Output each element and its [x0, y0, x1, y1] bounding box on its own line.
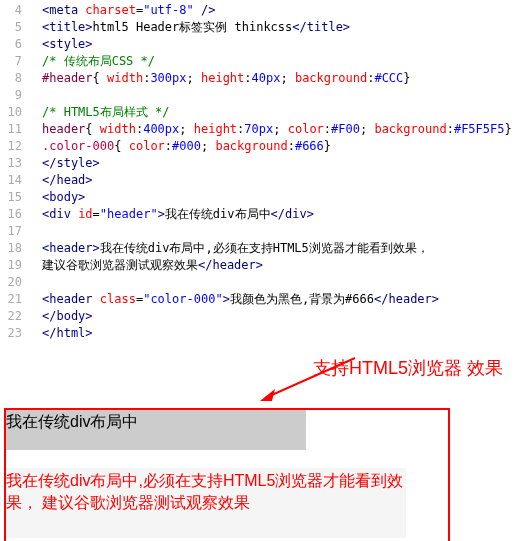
code-content[interactable]: header{ width:400px; height:70px; color:… — [30, 121, 512, 138]
line-number: 16 — [0, 206, 30, 223]
code-content[interactable]: /* HTML5布局样式 */ — [30, 104, 169, 121]
code-line[interactable]: 7/* 传统布局CSS */ — [0, 53, 523, 70]
annotation-area: 支持HTML5浏览器 效果 — [0, 348, 523, 408]
line-number: 4 — [0, 2, 30, 19]
code-line[interactable]: 19建议谷歌浏览器测试观察效果</header> — [0, 257, 523, 274]
code-content[interactable]: <header class="color-000">我颜色为黑色,背景为#666… — [30, 291, 439, 308]
code-content[interactable] — [30, 274, 42, 291]
output-header-1: 我在传统div布局中,必须在支持HTML5浏览器才能看到效果， 建议谷歌浏览器测… — [6, 468, 406, 538]
code-line[interactable]: 12.color-000{ color:#000; background:#66… — [0, 138, 523, 155]
code-content[interactable]: <body> — [30, 189, 85, 206]
code-editor[interactable]: 4<meta charset="utf-8" />5<title>html5 H… — [0, 0, 523, 344]
code-content[interactable]: <style> — [30, 36, 93, 53]
line-number: 15 — [0, 189, 30, 206]
code-line[interactable]: 10/* HTML5布局样式 */ — [0, 104, 523, 121]
code-content[interactable]: </html> — [30, 325, 93, 342]
annotation-text: 支持HTML5浏览器 效果 — [313, 356, 503, 380]
line-number: 10 — [0, 104, 30, 121]
code-content[interactable]: <header>我在传统div布局中,必须在支持HTML5浏览器才能看到效果， — [30, 240, 429, 257]
line-number: 11 — [0, 121, 30, 138]
code-content[interactable]: #header{ width:300px; height:40px; backg… — [30, 70, 411, 87]
line-number: 9 — [0, 87, 30, 104]
line-number: 14 — [0, 172, 30, 189]
code-content[interactable]: <title>html5 Header标签实例 thinkcss</title> — [30, 19, 350, 36]
line-number: 12 — [0, 138, 30, 155]
code-line[interactable]: 5<title>html5 Header标签实例 thinkcss</title… — [0, 19, 523, 36]
line-number: 23 — [0, 325, 30, 342]
code-line[interactable]: 14</head> — [0, 172, 523, 189]
line-number: 22 — [0, 308, 30, 325]
code-content[interactable]: 建议谷歌浏览器测试观察效果</header> — [30, 257, 263, 274]
code-line[interactable]: 18<header>我在传统div布局中,必须在支持HTML5浏览器才能看到效果… — [0, 240, 523, 257]
code-content[interactable]: </body> — [30, 308, 93, 325]
browser-output-panel: 我在传统div布局中 我在传统div布局中,必须在支持HTML5浏览器才能看到效… — [4, 408, 450, 541]
code-line[interactable]: 20 — [0, 274, 523, 291]
line-number: 5 — [0, 19, 30, 36]
code-line[interactable]: 11header{ width:400px; height:70px; colo… — [0, 121, 523, 138]
line-number: 18 — [0, 240, 30, 257]
code-line[interactable]: 6<style> — [0, 36, 523, 53]
code-content[interactable]: </head> — [30, 172, 93, 189]
code-content[interactable]: /* 传统布局CSS */ — [30, 53, 155, 70]
output-div-header: 我在传统div布局中 — [6, 410, 306, 450]
line-number: 7 — [0, 53, 30, 70]
code-line[interactable]: 9 — [0, 87, 523, 104]
code-line[interactable]: 21<header class="color-000">我颜色为黑色,背景为#6… — [0, 291, 523, 308]
line-number: 13 — [0, 155, 30, 172]
code-content[interactable]: </style> — [30, 155, 100, 172]
code-line[interactable]: 22</body> — [0, 308, 523, 325]
code-content[interactable]: .color-000{ color:#000; background:#666} — [30, 138, 331, 155]
code-line[interactable]: 15<body> — [0, 189, 523, 206]
line-number: 19 — [0, 257, 30, 274]
line-number: 8 — [0, 70, 30, 87]
svg-marker-1 — [260, 389, 275, 401]
code-line[interactable]: 23</html> — [0, 325, 523, 342]
code-line[interactable]: 8#header{ width:300px; height:40px; back… — [0, 70, 523, 87]
line-number: 17 — [0, 223, 30, 240]
code-line[interactable]: 4<meta charset="utf-8" /> — [0, 2, 523, 19]
code-content[interactable]: <meta charset="utf-8" /> — [30, 2, 215, 19]
code-content[interactable]: <div id="header">我在传统div布局中</div> — [30, 206, 314, 223]
code-content[interactable] — [30, 223, 42, 240]
line-number: 20 — [0, 274, 30, 291]
code-content[interactable] — [30, 87, 42, 104]
code-line[interactable]: 13</style> — [0, 155, 523, 172]
line-number: 21 — [0, 291, 30, 308]
line-number: 6 — [0, 36, 30, 53]
code-line[interactable]: 16<div id="header">我在传统div布局中</div> — [0, 206, 523, 223]
code-line[interactable]: 17 — [0, 223, 523, 240]
